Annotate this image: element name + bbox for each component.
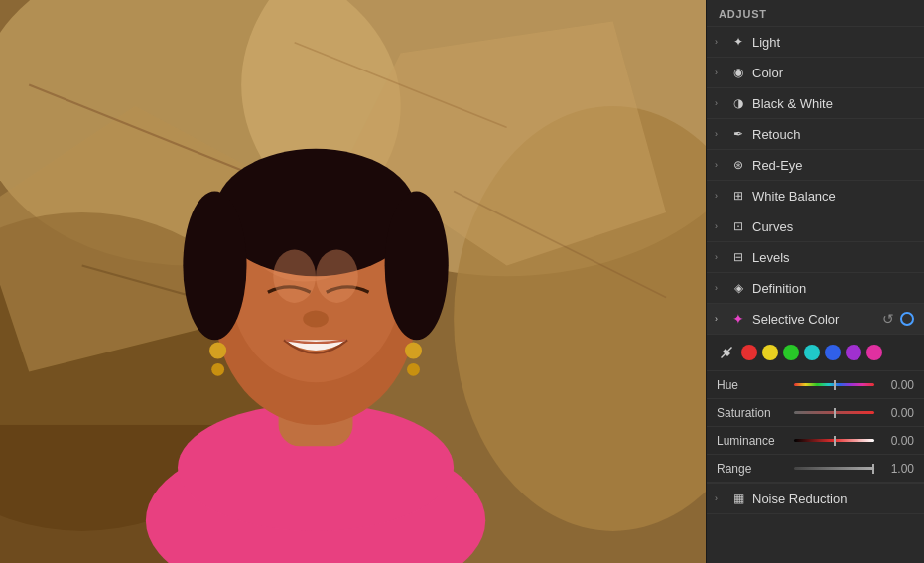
wb-icon: ⊞ [730,188,746,204]
curves-label: Curves [752,219,914,234]
adjust-item-bw[interactable]: › ◑ Black & White [707,88,924,119]
hue-value: 0.00 [880,378,914,392]
adjust-item-color[interactable]: › ◉ Color [707,58,924,88]
saturation-slider-row: Saturation 0.00 [707,399,924,427]
adjust-item-retouch[interactable]: › ✒ Retouch [707,119,924,150]
levels-icon: ⊟ [730,249,746,265]
chevron-right-icon: › [715,160,725,170]
svg-point-20 [211,363,224,376]
photo-image [0,0,706,563]
noise-icon: ▦ [730,491,746,506]
range-label: Range [717,462,788,476]
bw-label: Black & White [752,96,914,111]
svg-point-25 [385,192,449,341]
light-icon: ✦ [730,34,746,50]
swatch-magenta[interactable] [866,345,882,360]
sc-controls: ↺ [882,311,914,327]
saturation-slider-track[interactable] [794,411,874,414]
luminance-slider-row: Luminance 0.00 [707,427,924,455]
range-slider-row: Range 1.00 [707,455,924,483]
adjust-item-light[interactable]: › ✦ Light [707,27,924,58]
eyedropper-button[interactable] [717,343,736,362]
levels-label: Levels [752,250,914,265]
svg-point-26 [316,249,358,302]
saturation-label: Saturation [717,406,788,420]
curves-icon: ⊡ [730,218,746,234]
hue-label: Hue [717,378,788,392]
sc-reset-button[interactable]: ↺ [882,311,894,327]
swatch-red[interactable] [741,345,757,360]
sc-toggle[interactable] [900,312,914,326]
light-label: Light [752,35,914,50]
noise-label: Noise Reduction [752,492,914,506]
swatch-blue[interactable] [825,345,841,360]
swatch-purple[interactable] [846,345,861,360]
swatch-cyan[interactable] [804,345,820,360]
range-slider-track[interactable] [794,467,874,470]
color-swatches [707,335,924,371]
definition-label: Definition [752,281,914,296]
redeye-icon: ⊛ [730,157,746,173]
photo-canvas [0,0,706,563]
right-panel: ADJUST › ✦ Light › ◉ Color › ◑ Black & W… [706,0,924,563]
chevron-right-icon: › [715,283,725,293]
luminance-label: Luminance [717,434,788,448]
chevron-right-icon: › [715,191,725,201]
chevron-right-icon: › [715,129,725,139]
svg-point-18 [303,310,329,327]
definition-icon: ◈ [730,280,746,296]
panel-header: ADJUST [707,0,924,27]
retouch-icon: ✒ [730,126,746,142]
luminance-value: 0.00 [880,434,914,448]
eyedropper-icon [720,346,733,359]
bw-icon: ◑ [730,95,746,111]
selective-color-section: › ✦ Selective Color ↺ [707,304,924,484]
svg-point-24 [183,192,246,341]
hue-slider-row: Hue 0.00 [707,371,924,399]
hue-slider-track[interactable] [794,383,874,386]
svg-point-19 [209,342,226,358]
range-value: 1.00 [880,462,914,476]
adjust-list: › ✦ Light › ◉ Color › ◑ Black & White › … [707,27,924,563]
adjust-item-wb[interactable]: › ⊞ White Balance [707,181,924,211]
redeye-label: Red-Eye [752,158,914,173]
adjust-item-curves[interactable]: › ⊡ Curves [707,211,924,242]
sliders-area: Hue 0.00 Saturation 0.00 [707,371,924,483]
color-label: Color [752,66,914,80]
svg-point-27 [273,249,316,302]
main-container: Seçmeli Renk ayarlamasından önce ADJUST … [0,0,924,563]
chevron-right-icon: › [715,98,725,108]
adjust-item-levels[interactable]: › ⊟ Levels [707,242,924,273]
chevron-right-icon: › [715,37,725,47]
retouch-label: Retouch [752,127,914,142]
hue-slider-thumb [834,380,836,390]
luminance-slider-thumb [834,436,836,446]
saturation-value: 0.00 [880,406,914,420]
chevron-right-icon: › [715,68,725,77]
luminance-slider-track[interactable] [794,439,874,442]
chevron-right-icon: › [715,252,725,262]
adjust-item-noise[interactable]: › ▦ Noise Reduction [707,484,924,514]
wb-label: White Balance [752,189,914,204]
color-icon: ◉ [730,65,746,80]
photo-area: Seçmeli Renk ayarlamasından önce [0,0,706,563]
adjust-item-selective-color[interactable]: › ✦ Selective Color ↺ [707,304,924,335]
adjust-item-definition[interactable]: › ◈ Definition [707,273,924,304]
selective-color-icon: ✦ [730,311,746,327]
chevron-down-icon: › [715,314,725,324]
chevron-right-icon: › [715,493,725,503]
swatch-yellow[interactable] [762,345,778,360]
chevron-right-icon: › [715,221,725,231]
svg-point-21 [405,342,422,358]
adjust-item-redeye[interactable]: › ⊛ Red-Eye [707,150,924,181]
saturation-slider-thumb [834,408,836,418]
swatch-green[interactable] [783,345,799,360]
range-slider-thumb [872,464,874,474]
svg-point-22 [407,363,420,376]
selective-color-label: Selective Color [752,312,882,327]
